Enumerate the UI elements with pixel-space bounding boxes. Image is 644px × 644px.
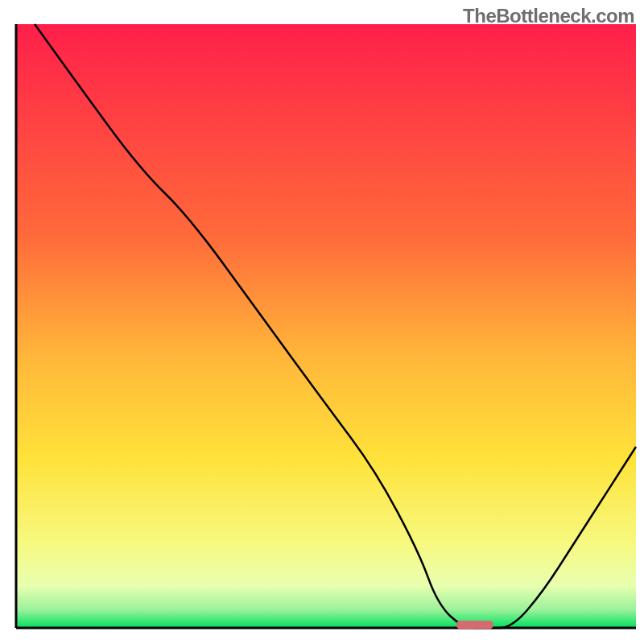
watermark-text: TheBottleneck.com: [463, 5, 634, 27]
bottleneck-chart: TheBottleneck.com: [0, 0, 644, 644]
optimal-marker: [456, 621, 493, 630]
plot-background: [16, 24, 636, 628]
chart-svg: [0, 0, 644, 644]
